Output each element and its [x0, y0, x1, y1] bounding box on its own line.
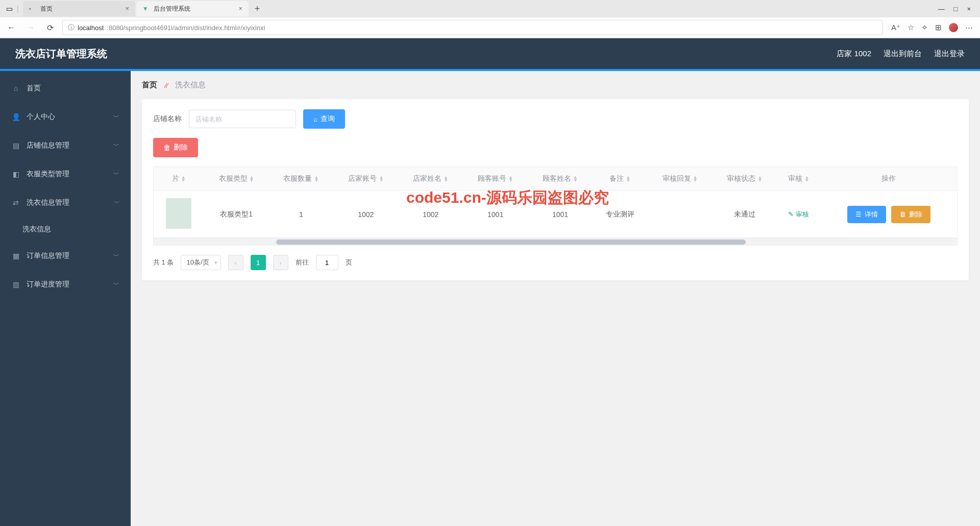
app-title: 洗衣店订单管理系统 — [15, 47, 107, 61]
batch-delete-button[interactable]: 🗑 删除 — [153, 138, 198, 157]
trash-icon: 🗑 — [899, 210, 906, 218]
cell-shop-name: 1002 — [398, 191, 463, 238]
breadcrumb-home[interactable]: 首页 — [142, 80, 157, 90]
site-info-icon[interactable]: ⓘ — [68, 23, 75, 32]
sidebar-item-shop-info[interactable]: ▤ 店铺信息管理 ﹀ — [0, 131, 131, 160]
sort-icon[interactable]: ▲▼ — [573, 176, 578, 182]
sort-icon[interactable]: ▲▼ — [804, 176, 809, 182]
maximize-icon[interactable]: □ — [954, 5, 958, 13]
close-icon[interactable]: × — [126, 5, 129, 12]
url-host: localhost — [78, 24, 104, 32]
sidebar-item-label: 订单信息管理 — [27, 251, 69, 260]
logout-link[interactable]: 退出登录 — [934, 49, 965, 59]
shop-name-input[interactable] — [189, 110, 296, 128]
col-shop-acct[interactable]: 店家账号▲▼ — [333, 167, 398, 191]
browser-tab-2[interactable]: ▼ 后台管理系统 × — [136, 1, 249, 16]
chevron-down-icon: ﹀ — [113, 141, 119, 150]
query-button[interactable]: ⌕ 查询 — [303, 109, 345, 129]
page-number-button[interactable]: 1 — [251, 255, 266, 270]
col-actions: 操作 — [820, 167, 957, 191]
scrollbar-thumb[interactable] — [276, 240, 746, 245]
col-cust-name[interactable]: 顾客姓名▲▼ — [528, 167, 593, 191]
col-remark[interactable]: 备注▲▼ — [593, 167, 648, 191]
window-controls-left: ▭ | — [2, 5, 23, 13]
sort-icon[interactable]: ▲▼ — [181, 176, 186, 182]
cell-cust-acct: 1001 — [463, 191, 528, 238]
next-page-button[interactable]: › — [273, 255, 288, 270]
total-text: 共 1 条 — [153, 258, 174, 267]
col-shop-name[interactable]: 店家姓名▲▼ — [398, 167, 463, 191]
sidebar-item-order-progress[interactable]: ▥ 订单进度管理 ﹀ — [0, 270, 131, 299]
back-icon[interactable]: ← — [4, 23, 18, 32]
browser-chrome: ▭ | ▫ 首页 × ▼ 后台管理系统 × + — □ × ← → ⟳ ⓘ lo… — [0, 0, 980, 38]
horizontal-scrollbar[interactable] — [154, 238, 957, 245]
back-to-front-link[interactable]: 退出到前台 — [884, 49, 922, 59]
audit-link[interactable]: ✎ 审核 — [788, 210, 809, 219]
sort-icon[interactable]: ▲▼ — [757, 176, 762, 182]
sidebar-item-wash-info[interactable]: ⇄ 洗衣信息管理 ︿ — [0, 188, 131, 217]
user-icon: 👤 — [11, 113, 20, 121]
close-window-icon[interactable]: × — [967, 5, 971, 13]
minimize-icon[interactable]: — — [938, 5, 945, 13]
sort-icon[interactable]: ▲▼ — [379, 176, 383, 182]
content-area: 首页 ⫽ 洗衣信息 店铺名称 ⌕ 查询 🗑 删除 — [131, 71, 980, 526]
col-image[interactable]: 片▲▼ — [154, 167, 204, 191]
pagination: 共 1 条 10条/页 ‹ 1 › 前往 页 — [153, 255, 958, 270]
url-input[interactable]: ⓘ localhost:8080/springboot4691l/admin/d… — [62, 20, 883, 35]
browser-tab-1[interactable]: ▫ 首页 × — [23, 1, 135, 16]
address-bar: ← → ⟳ ⓘ localhost:8080/springboot4691l/a… — [0, 17, 980, 38]
sort-icon[interactable]: ▲▼ — [314, 176, 318, 182]
col-type[interactable]: 衣服类型▲▼ — [204, 167, 269, 191]
cell-audit: ✎ 审核 — [777, 191, 820, 238]
sidebar-subitem-wash-info[interactable]: 洗衣信息 — [0, 217, 131, 242]
chevron-up-icon: ︿ — [113, 199, 119, 207]
col-review-reply[interactable]: 审核回复▲▼ — [648, 167, 713, 191]
button-label: 删除 — [174, 143, 188, 152]
sidebar-item-label: 首页 — [27, 84, 41, 93]
sort-icon[interactable]: ▲▼ — [693, 176, 698, 182]
refresh-icon[interactable]: ⟳ — [43, 23, 57, 33]
col-qty[interactable]: 衣服数量▲▼ — [269, 167, 334, 191]
progress-icon: ▥ — [11, 280, 20, 289]
sort-icon[interactable]: ▲▼ — [250, 176, 254, 182]
sort-icon[interactable]: ▲▼ — [626, 176, 630, 182]
sidebar-item-cloth-type[interactable]: ◧ 衣服类型管理 ﹀ — [0, 160, 131, 188]
main-card: 店铺名称 ⌕ 查询 🗑 删除 片▲▼ 衣服类型▲▼ 衣服数量▲ — [142, 99, 969, 280]
col-cust-acct[interactable]: 顾客账号▲▼ — [463, 167, 528, 191]
more-icon[interactable]: ⋯ — [965, 23, 973, 32]
goto-suffix: 页 — [346, 258, 352, 267]
sidebar-item-profile[interactable]: 👤 个人中心 ﹀ — [0, 103, 131, 131]
new-tab-button[interactable]: + — [250, 4, 265, 14]
goto-page-input[interactable] — [316, 255, 338, 270]
page-size-select[interactable]: 10条/页 — [181, 255, 220, 270]
cell-remark: 专业测评 — [593, 191, 648, 238]
sort-icon[interactable]: ▲▼ — [444, 176, 448, 182]
collections-icon[interactable]: ✧ — [921, 23, 928, 32]
chevron-down-icon: ﹀ — [113, 280, 119, 289]
thumbnail-image[interactable] — [166, 198, 191, 229]
cell-review-status: 未通过 — [712, 191, 777, 238]
extensions-icon[interactable]: ⊞ — [935, 23, 942, 32]
reader-icon[interactable]: A⁺ — [891, 23, 900, 32]
favorite-icon[interactable]: ☆ — [908, 23, 914, 32]
page-icon: ▫ — [29, 5, 36, 12]
sidebar-item-label: 个人中心 — [27, 112, 55, 122]
sidebar-item-order-info[interactable]: ▦ 订单信息管理 ﹀ — [0, 242, 131, 270]
close-icon[interactable]: × — [239, 5, 242, 12]
header-right: 店家 1002 退出到前台 退出登录 — [837, 49, 965, 59]
app-header: 洗衣店订单管理系统 店家 1002 退出到前台 退出登录 — [0, 38, 980, 69]
col-audit[interactable]: 审核▲▼ — [777, 167, 820, 191]
tab-actions-icon[interactable]: ▭ — [6, 5, 13, 13]
row-delete-button[interactable]: 🗑 删除 — [891, 206, 930, 223]
sidebar-item-home[interactable]: ⌂ 首页 — [0, 74, 131, 103]
profile-avatar[interactable] — [949, 23, 958, 32]
detail-button[interactable]: ☰ 详情 — [847, 206, 886, 223]
sort-icon[interactable]: ▲▼ — [508, 176, 513, 182]
search-icon: ⌕ — [313, 115, 317, 123]
col-review-status[interactable]: 审核状态▲▼ — [712, 167, 777, 191]
prev-page-button[interactable]: ‹ — [228, 255, 243, 270]
tag-icon: ◧ — [11, 170, 20, 178]
chevron-down-icon: ﹀ — [113, 252, 119, 260]
user-label[interactable]: 店家 1002 — [837, 49, 871, 59]
cell-qty: 1 — [269, 191, 334, 238]
